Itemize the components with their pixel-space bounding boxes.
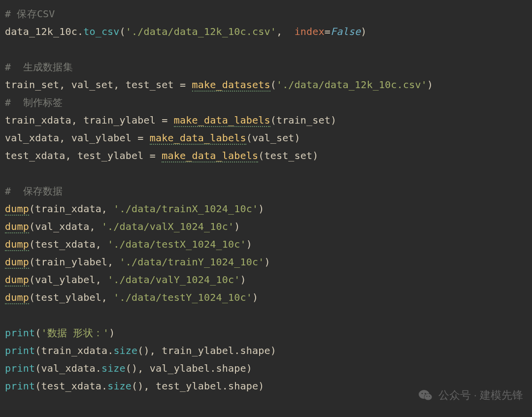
paren: ( (120, 26, 126, 37)
identifier: val_ylabel (150, 362, 210, 374)
paren: ( (35, 327, 41, 339)
comment: # 制作标签 (5, 96, 63, 108)
comma: , (276, 26, 295, 37)
function-call: make_data_labels (174, 114, 270, 127)
comment: # 保存CSV (5, 8, 55, 20)
comment: # 生成数据集 (5, 61, 73, 73)
lhs: test_xdata, test_ylabel (5, 150, 150, 161)
argument: train_set (276, 114, 331, 126)
paren: ) (234, 221, 240, 232)
function-call: dump (5, 238, 29, 251)
paren: ) (264, 256, 270, 268)
attribute: shape (216, 362, 246, 374)
function-call: dump (5, 291, 29, 304)
string-literal: './data/valX_1024_10c' (101, 221, 234, 232)
paren: ) (109, 327, 115, 339)
argument: test_ylabel, (35, 291, 113, 303)
space (168, 114, 174, 126)
paren: ( (29, 256, 35, 268)
equals: = (137, 132, 143, 144)
dot: . (107, 345, 113, 356)
function-call: dump (5, 221, 29, 233)
text: (), (132, 380, 156, 392)
function-call: dump (5, 274, 29, 287)
paren: ) (252, 291, 258, 303)
argument: test_set (264, 150, 312, 161)
literal-false: False (331, 26, 361, 37)
function-call: make_data_labels (150, 132, 246, 145)
argument: val_set (252, 132, 295, 144)
comment: # 保存数据 (5, 185, 63, 197)
function-call: print (5, 362, 35, 374)
equals: = (180, 79, 186, 91)
paren: ( (29, 274, 35, 286)
identifier: data_12k_10c (5, 26, 77, 37)
identifier: val_xdata (41, 362, 95, 374)
function-call: print (5, 327, 35, 339)
paren: ( (258, 150, 264, 161)
string-literal: './data/trainX_1024_10c' (113, 203, 258, 215)
paren: ) (240, 274, 246, 286)
paren: ( (29, 291, 35, 303)
function-call: make_data_labels (162, 150, 258, 162)
attribute: shape (228, 380, 258, 392)
equals: = (162, 114, 167, 126)
attribute: shape (240, 345, 270, 356)
dot: . (96, 362, 101, 374)
function-call: make_datasets (192, 79, 270, 92)
method-call: size (101, 362, 126, 374)
paren: ( (35, 362, 41, 374)
identifier: test_xdata (41, 380, 101, 392)
space (156, 150, 162, 161)
paren: ( (270, 114, 276, 126)
dot: . (234, 345, 240, 356)
method-call: to_csv (83, 26, 119, 37)
lhs: train_xdata, train_ylabel (5, 114, 162, 126)
argument: val_ylabel, (35, 274, 107, 286)
string-literal: '数据 形状：' (41, 327, 109, 339)
lhs: train_set, val_set, test_set (5, 79, 180, 91)
dot: . (222, 380, 228, 392)
paren: ( (29, 238, 35, 250)
paren: ) (331, 114, 336, 126)
lhs: val_xdata, val_ylabel (5, 132, 137, 144)
argument: test_xdata, (35, 238, 107, 250)
method-call: size (113, 345, 137, 356)
function-call: print (5, 380, 35, 392)
text: (), (137, 345, 162, 356)
kwarg: index (295, 26, 325, 37)
method-call: size (107, 380, 132, 392)
argument: val_xdata, (35, 221, 101, 232)
equals: = (150, 150, 156, 161)
paren: ( (29, 221, 35, 232)
string-literal: './data/valY_1024_10c' (107, 274, 240, 286)
paren: ) (427, 79, 433, 91)
paren: ( (270, 79, 276, 91)
string-literal: './data/data_12k_10c.csv' (126, 26, 276, 37)
argument: train_ylabel, (35, 256, 119, 268)
paren: ) (246, 238, 252, 250)
function-call: print (5, 345, 35, 356)
paren: ) (258, 380, 264, 392)
paren: ( (35, 345, 41, 356)
paren: ) (270, 345, 276, 356)
paren: ( (35, 380, 41, 392)
dot: . (210, 362, 216, 374)
identifier: train_xdata (41, 345, 107, 356)
space (144, 132, 150, 144)
identifier: train_ylabel (162, 345, 234, 356)
string-literal: './data/testX_1024_10c' (107, 238, 246, 250)
dot: . (77, 26, 83, 37)
string-literal: './data/data_12k_10c.csv' (276, 79, 427, 91)
code-block: # 保存CSV data_12k_10c.to_csv('./data/data… (0, 0, 532, 400)
string-literal: './data/testY_1024_10c' (113, 291, 252, 303)
paren: ) (258, 203, 264, 215)
paren: ) (246, 362, 252, 374)
paren: ( (29, 203, 35, 215)
text: (), (126, 362, 150, 374)
paren: ) (295, 132, 300, 144)
function-call: dump (5, 256, 29, 269)
paren: ) (312, 150, 318, 161)
function-call: dump (5, 203, 29, 216)
argument: train_xdata, (35, 203, 113, 215)
